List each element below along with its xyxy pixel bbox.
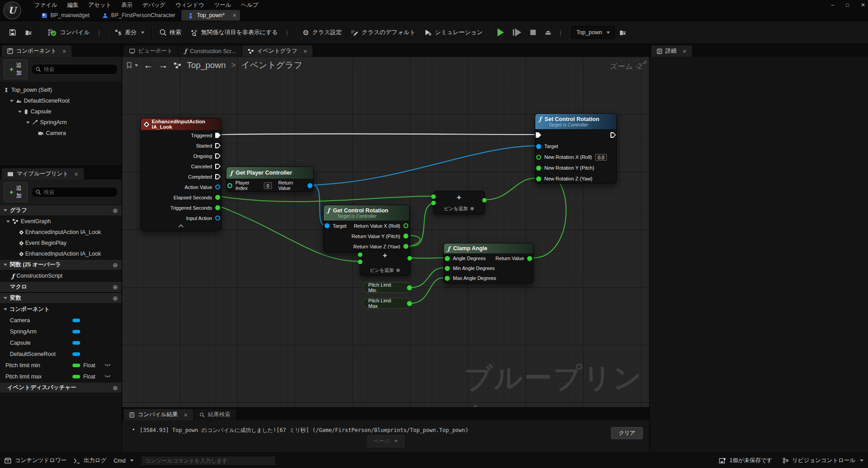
menu-debug[interactable]: デバッグ: [138, 0, 170, 10]
collapse-arrow-icon[interactable]: [4, 209, 7, 212]
clear-button[interactable]: クリア: [611, 427, 643, 439]
back-button[interactable]: ←: [144, 60, 153, 71]
browse-asset-button[interactable]: [21, 26, 37, 39]
components-search-input[interactable]: [44, 66, 113, 72]
variable-capsule[interactable]: Capsule: [0, 337, 122, 348]
tree-item-springarm[interactable]: SpringArm: [0, 117, 122, 128]
section-variables[interactable]: 変数 ⊕: [0, 292, 122, 304]
data-pin[interactable]: [215, 195, 220, 200]
tab-details[interactable]: 詳細 ✕: [651, 45, 692, 57]
node-get-player-controller[interactable]: ƒ Get Player Controller Player Index 0 R…: [226, 166, 314, 192]
simulate-button[interactable]: シミュレーション: [420, 25, 487, 40]
expand-arrow-icon[interactable]: [26, 122, 30, 124]
chevron-down-icon[interactable]: [135, 64, 138, 67]
add-pin-label[interactable]: ピンを追加: [370, 267, 393, 274]
my-blueprint-search[interactable]: [31, 187, 118, 198]
tab-construction-script[interactable]: ƒ Construction Scr...: [179, 45, 241, 57]
node-enhanced-input-action[interactable]: EnhancedInputAction IA_Look Triggered St…: [140, 118, 222, 231]
data-pin[interactable]: [536, 166, 541, 171]
expand-arrow-icon[interactable]: [6, 220, 10, 223]
eye-closed-icon[interactable]: [104, 364, 111, 367]
add-variable-icon[interactable]: ⊕: [113, 295, 118, 302]
collapse-arrow-icon[interactable]: [4, 264, 7, 266]
hide-unrelated-button[interactable]: 無関係な項目を非表示にする: [186, 25, 283, 40]
close-icon[interactable]: ✕: [303, 49, 307, 54]
tree-item-top-pown-self[interactable]: Top_pown (Self): [0, 85, 122, 95]
tree-item-defaultsceneroot[interactable]: DefaultSceneRoot: [0, 95, 122, 106]
data-pin[interactable]: [215, 205, 220, 210]
unreal-logo[interactable]: U: [3, 1, 21, 19]
menu-asset[interactable]: アセット: [84, 0, 116, 10]
add-pin-icon[interactable]: ⊕: [470, 206, 474, 212]
node-add-pin-2[interactable]: + ピンを追加⊕: [360, 249, 410, 276]
tree-item-ia-look-2[interactable]: EnhancedInputAction IA_Look: [0, 248, 122, 259]
section-functions[interactable]: 関数 (25 オーバーラ ⊕: [0, 259, 122, 270]
menu-view[interactable]: 表示: [117, 0, 137, 10]
variable-pitch-limit-max[interactable]: Pitch limit max Float: [0, 371, 122, 382]
data-pin[interactable]: [536, 176, 541, 181]
eye-closed-icon[interactable]: [104, 375, 111, 378]
tab-find-results[interactable]: 結果検索: [194, 409, 236, 420]
data-pin[interactable]: [403, 234, 408, 238]
node-add-pin-1[interactable]: + ピンを追加⊕: [433, 191, 485, 214]
console-command-input[interactable]: [141, 456, 276, 466]
expand-arrow-icon[interactable]: [18, 111, 22, 113]
tree-item-constructionscript[interactable]: ƒ ConstructionScript: [0, 270, 122, 281]
menu-window[interactable]: ウィンドウ: [171, 0, 209, 10]
variable-springarm[interactable]: SpringArm: [0, 326, 122, 337]
class-defaults-button[interactable]: クラスのデフォルト: [346, 25, 420, 40]
tree-item-beginplay[interactable]: Event BeginPlay: [0, 238, 122, 248]
add-blueprint-item-button[interactable]: + 追加: [4, 182, 27, 202]
close-icon[interactable]: ✕: [62, 49, 66, 54]
add-dispatcher-icon[interactable]: ⊕: [113, 384, 118, 392]
node-get-control-rotation[interactable]: ƒ Get Control Rotation Target is Control…: [323, 205, 410, 252]
section-macros[interactable]: マクロ ⊕: [0, 281, 122, 292]
data-pin[interactable]: [536, 155, 541, 160]
tab-bp-firstpersoncharacter[interactable]: BP_FirstPersonCharacter: [96, 10, 181, 21]
section-graphs[interactable]: グラフ ⊕: [0, 205, 122, 216]
close-icon[interactable]: ✕: [74, 171, 78, 177]
play-options-icon[interactable]: ⋮: [556, 29, 565, 36]
bookmark-icon[interactable]: [127, 62, 132, 68]
frame-skip-button[interactable]: [508, 25, 526, 40]
collapse-node-button[interactable]: [178, 224, 183, 229]
revision-control-button[interactable]: リビジョンコントロール: [782, 457, 863, 464]
tree-item-eventgraph[interactable]: EventGraph: [0, 216, 122, 227]
add-macro-icon[interactable]: ⊕: [113, 284, 118, 291]
play-button[interactable]: [493, 25, 508, 40]
node-pitch-limit-min-getter[interactable]: Pitch Limit Min: [362, 282, 411, 293]
eject-button[interactable]: ⏏: [540, 25, 556, 40]
data-pin[interactable]: [445, 276, 450, 281]
data-pin[interactable]: [431, 201, 436, 205]
window-maximize-button[interactable]: □: [846, 2, 849, 8]
forward-button[interactable]: →: [158, 60, 168, 71]
data-pin[interactable]: [445, 266, 450, 271]
unsaved-status[interactable]: 1個が未保存です: [719, 457, 772, 464]
close-tab-icon[interactable]: ✕: [232, 13, 236, 18]
data-pin[interactable]: [445, 256, 450, 261]
diff-button[interactable]: 差分: [110, 25, 149, 40]
close-icon[interactable]: ✕: [683, 49, 687, 54]
my-blueprint-search-input[interactable]: [44, 189, 113, 195]
tab-bp-mainwidget[interactable]: BP_mainwidget: [35, 10, 96, 21]
close-icon[interactable]: ✕: [184, 412, 188, 418]
breadcrumb-current[interactable]: イベントグラフ: [241, 59, 303, 71]
data-pin[interactable]: [403, 223, 408, 228]
pin-value-field[interactable]: 0: [264, 182, 272, 189]
find-button[interactable]: 検索: [155, 25, 186, 40]
tab-components[interactable]: コンポーネント ✕: [2, 45, 72, 57]
exec-pin[interactable]: [536, 132, 541, 138]
data-pin[interactable]: [358, 260, 362, 264]
exec-pin[interactable]: [215, 174, 221, 180]
tree-item-capsule[interactable]: Capsule: [0, 106, 122, 117]
compile-log-entry[interactable]: • [3584.93] Top_pown のコンパイルに成功しました![67 ミ…: [122, 420, 649, 434]
data-pin[interactable]: [215, 216, 220, 220]
tab-viewport[interactable]: ビューポート: [124, 45, 178, 57]
output-log-button[interactable]: 出力ログ: [74, 457, 107, 464]
add-function-icon[interactable]: ⊕: [113, 261, 118, 269]
cmd-dropdown[interactable]: Cmd: [113, 458, 133, 464]
compile-button[interactable]: コンパイル: [43, 25, 95, 40]
debug-browse-button[interactable]: [615, 26, 632, 39]
data-pin[interactable]: [407, 285, 412, 290]
data-pin[interactable]: [307, 183, 312, 188]
